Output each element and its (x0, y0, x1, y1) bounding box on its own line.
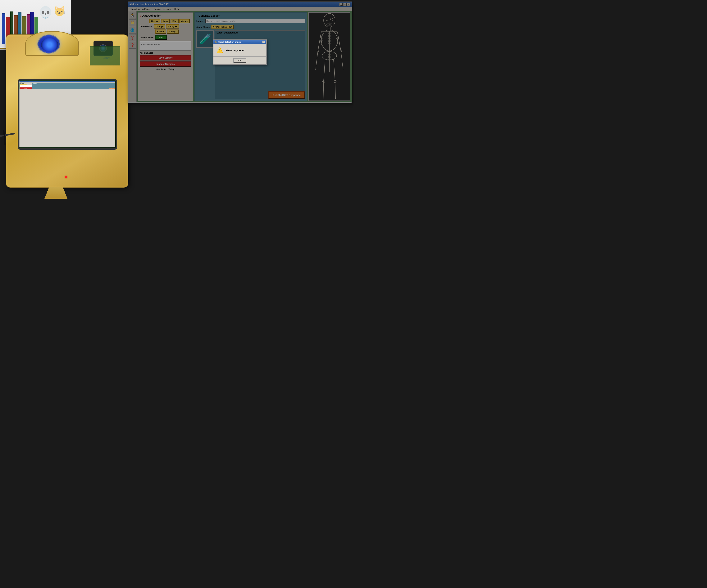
modal-text: skeleton_model (226, 49, 244, 52)
modal-content: ⚠️ skeleton_model (213, 44, 266, 57)
screen-bezel: AI-driven Lab Assistant w/ ChatGPT Edge … (18, 79, 117, 150)
modal-ok-button[interactable]: OK (233, 58, 246, 63)
main-app-window: AI-driven Lab Assistant w/ ChatGPT _ □ ✕… (128, 2, 352, 103)
screen-display: AI-driven Lab Assistant w/ ChatGPT Edge … (19, 80, 116, 148)
modal-footer: OK (213, 57, 266, 64)
modal-dialog: ⚠ Model Detection Image ✕ ⚠️ skeleton_mo… (213, 39, 267, 65)
skull-decoration: 💀 (38, 6, 53, 19)
red-led (65, 176, 67, 178)
book-1 (2, 13, 5, 44)
lens-tube (25, 31, 79, 56)
modal-title: Model Detection Image (218, 41, 262, 43)
modal-warning-icon: ⚠ (214, 41, 217, 43)
modal-close-btn[interactable]: ✕ (262, 41, 265, 43)
cat-decoration: 🐱 (54, 6, 66, 17)
device-body: A4TECH AI-driven Lab Assistant w/ ChatGP… (6, 34, 128, 188)
pcb-board (90, 46, 120, 66)
modal-titlebar: ⚠ Model Detection Image ✕ (213, 40, 266, 44)
modal-alert-icon: ⚠️ (216, 47, 223, 53)
modal-overlay: ⚠ Model Detection Image ✕ ⚠️ skeleton_mo… (128, 2, 351, 102)
